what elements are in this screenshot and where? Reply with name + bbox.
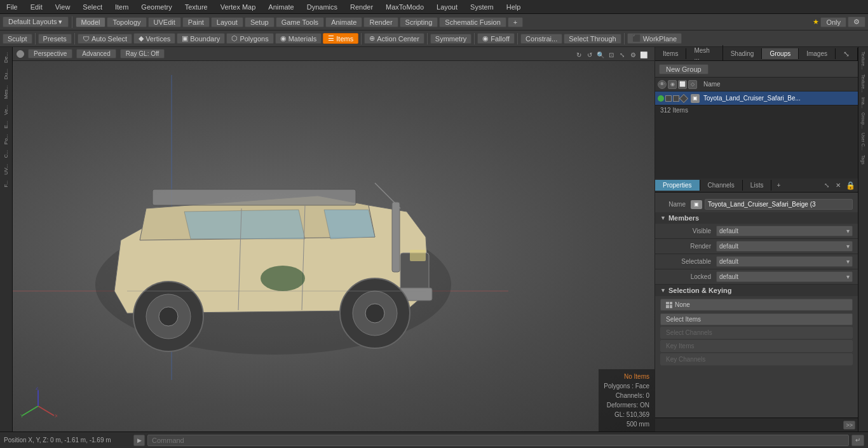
menu-dynamics[interactable]: Dynamics [301,2,344,12]
boundary-button[interactable]: ▣ Boundary [177,33,225,44]
left-strip-item-po[interactable]: Po... [2,132,10,147]
tab-topology[interactable]: Topology [107,17,146,27]
locked-dropdown[interactable]: default ▾ [716,271,853,282]
only-button[interactable]: Only [820,17,846,27]
left-strip-item-du[interactable]: Du... [2,66,10,82]
select-through-button[interactable]: Select Through [564,34,621,44]
tab-paint[interactable]: Paint [182,17,210,27]
group-item[interactable]: ▣ Toyota_Land_Cruiser_Safari_Be... [655,92,858,105]
tab-schematic-fusion[interactable]: Schematic Fusion [439,17,506,27]
selectable-dropdown[interactable]: default ▾ [716,256,853,267]
tab-scripting[interactable]: Scripting [400,17,438,27]
viewport-canvas[interactable]: No Items Polygons : Face Channels: 0 Def… [13,61,654,431]
tab-groups[interactable]: Groups [762,48,799,59]
right-strip-ima[interactable]: Ima... [860,95,866,111]
tab-game-tools[interactable]: Game Tools [276,17,325,27]
settings-gear[interactable]: ⚙ [848,17,865,27]
right-strip-texture1[interactable]: Texture... [860,50,866,72]
rotate-icon[interactable]: ↻ [574,51,583,60]
props-tab-plus[interactable]: + [771,180,785,191]
menu-render[interactable]: Render [344,2,379,12]
layout-dropdown[interactable]: Default Layouts ▾ [3,17,69,27]
new-group-button[interactable]: New Group [659,64,709,74]
viewport-dot[interactable] [17,50,24,58]
tab-items[interactable]: Items [655,48,686,59]
name-input[interactable] [705,199,853,210]
cmd-left-btn[interactable]: ▶ [133,435,145,446]
settings-icon[interactable]: ⚙ [628,51,637,60]
materials-button[interactable]: ◉ Materials [275,33,322,44]
falloff-button[interactable]: ◉ Falloff [477,33,515,44]
tab-images[interactable]: Images [799,48,836,59]
vertices-button[interactable]: ◆ Vertices [133,33,175,44]
auto-select-button[interactable]: 🛡 Auto Select [78,34,132,44]
select-channels-button[interactable]: Select Channels [660,327,853,339]
cmd-execute-button[interactable]: ↵ [851,435,864,446]
right-strip-group[interactable]: Group... [860,111,866,130]
tab-uvedit[interactable]: UVEdit [148,17,181,27]
panel-expand-button[interactable]: >> [843,421,855,430]
group-vis-icon[interactable] [658,95,664,102]
props-close-btn[interactable]: ✕ [833,180,843,191]
symmetry-button[interactable]: Symmetry [430,34,472,44]
zoom-in-icon[interactable]: 🔍 [596,51,605,60]
constraints-button[interactable]: Constrai... [520,34,562,44]
viewport-advanced[interactable]: Advanced [76,49,116,58]
viewport-perspective[interactable]: Perspective [28,49,72,58]
tab-plus[interactable]: + [508,17,523,27]
menu-file[interactable]: File [0,2,24,12]
props-tab-properties[interactable]: Properties [655,180,700,191]
props-expand-btn[interactable]: ⤡ [820,180,833,191]
menu-edit[interactable]: Edit [24,2,49,12]
left-strip-item-ve[interactable]: Ve... [2,102,10,118]
key-items-button[interactable]: Key Items [660,340,853,352]
tab-render[interactable]: Render [363,17,398,27]
right-strip-tags[interactable]: Tags [860,153,866,166]
left-strip-item-f[interactable]: F... [2,178,10,190]
props-tab-channels[interactable]: Channels [700,180,743,191]
menu-help[interactable]: Help [500,2,527,12]
fit-icon[interactable]: ⊡ [607,51,616,60]
group-render-icon[interactable] [665,95,672,102]
expand-groups-btn[interactable]: ⤡ [836,48,858,60]
viewport-ray-gl[interactable]: Ray GL: Off [120,49,165,58]
tab-model[interactable]: Model [76,17,106,27]
menu-vertex-map[interactable]: Vertex Map [214,2,262,12]
menu-system[interactable]: System [464,2,500,12]
items-button[interactable]: ☰ Items [323,33,358,44]
right-strip-texture2[interactable]: Texture... [860,72,866,95]
left-strip-item-c[interactable]: C... [2,147,10,160]
left-strip-item-uv[interactable]: UV... [2,161,10,177]
tab-setup[interactable]: Setup [245,17,275,27]
tab-shading[interactable]: Shading [723,48,763,59]
maximize-icon[interactable]: ⤡ [618,51,627,60]
menu-layout[interactable]: Layout [430,2,464,12]
menu-texture[interactable]: Texture [179,2,214,12]
polygons-button[interactable]: ⬡ Polygons [226,33,273,44]
right-strip-userc[interactable]: User C... [860,131,866,153]
tab-mesh[interactable]: Mesh ... [686,45,722,63]
props-lock-btn[interactable]: 🔒 [843,179,858,192]
menu-item[interactable]: Item [109,2,135,12]
visible-dropdown[interactable]: default ▾ [716,226,853,236]
sel-keying-section[interactable]: ▼ Selection & Keying [655,285,858,296]
menu-view[interactable]: View [49,2,77,12]
key-channels-button[interactable]: Key Channels [660,353,853,365]
left-strip-item-de[interactable]: De... [2,50,10,65]
props-tab-lists[interactable]: Lists [743,180,772,191]
group-sel-icon[interactable] [679,93,688,102]
left-strip-item-mes[interactable]: Mes... [2,83,10,102]
workplane-button[interactable]: ⬛ WorkPlane [627,33,682,44]
select-items-button[interactable]: Select Items [660,313,853,325]
members-section[interactable]: ▼ Members [655,212,858,224]
tab-layout[interactable]: Layout [211,17,243,27]
sculpt-button[interactable]: Sculpt [3,34,32,44]
undo-icon[interactable]: ↺ [585,51,594,60]
tab-animate[interactable]: Animate [325,17,362,27]
menu-select[interactable]: Select [76,2,109,12]
menu-geometry[interactable]: Geometry [135,2,178,12]
menu-maxtomodo[interactable]: MaxToModo [379,2,430,12]
action-center-button[interactable]: ⊕ Action Center [364,33,424,44]
presets-button[interactable]: Presets [38,34,72,44]
viewport[interactable]: Perspective Advanced Ray GL: Off ↻ ↺ 🔍 ⊡… [13,47,654,431]
